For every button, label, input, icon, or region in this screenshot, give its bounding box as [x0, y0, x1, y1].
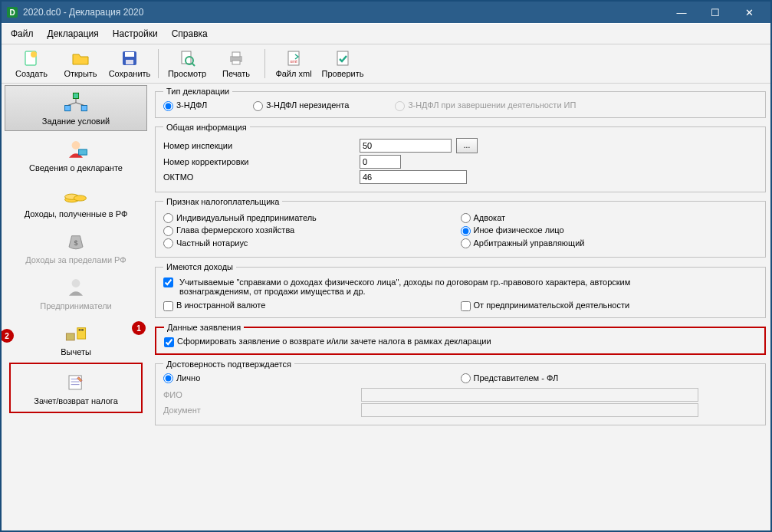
save-icon: [120, 49, 139, 67]
badge-1: 1: [132, 321, 146, 335]
svg-rect-15: [337, 51, 348, 65]
legend: Достоверность подтверждается: [163, 360, 294, 369]
svg-rect-18: [81, 106, 87, 111]
group-decl-type: Тип декларации 3-НДФЛ 3-НДФЛ нерезидента…: [155, 87, 766, 118]
sidebar-item-declarant[interactable]: Сведения о декларанте: [5, 133, 147, 177]
svg-text:xml: xml: [290, 59, 297, 64]
correction-input[interactable]: [360, 155, 401, 169]
sidebar-item-entrepreneurs[interactable]: Предприниматели: [5, 271, 147, 315]
radio-3ndfl-nonres[interactable]: 3-НДФЛ нерезидента: [253, 100, 349, 111]
svg-text:$: $: [74, 239, 77, 247]
deductions-icon: [62, 321, 90, 344]
radio-ip[interactable]: Индивидуальный предприниматель: [163, 213, 317, 224]
entrepreneur-icon: [62, 275, 90, 298]
content-panel: Тип декларации 3-НДФЛ 3-НДФЛ нерезидента…: [150, 84, 770, 532]
group-application: Данные заявления Сформировать заявление …: [155, 323, 766, 355]
group-general: Общая информация Номер инспекции ... Ном…: [155, 123, 766, 192]
legend: Имеются доходы: [163, 262, 236, 271]
tool-label: Сохранить: [109, 69, 151, 78]
tool-label: Файл xml: [275, 69, 311, 78]
fio-input: [361, 388, 698, 402]
oktmo-input[interactable]: [360, 170, 467, 184]
tool-label: Открыть: [64, 69, 97, 78]
svg-rect-11: [232, 52, 240, 57]
svg-rect-30: [77, 328, 86, 339]
inspection-input[interactable]: [360, 139, 452, 153]
svg-line-21: [76, 103, 84, 106]
svg-point-28: [72, 279, 80, 287]
svg-rect-17: [65, 106, 71, 111]
conditions-icon: [62, 90, 90, 113]
coins-icon: [62, 183, 90, 206]
svg-rect-12: [232, 61, 240, 64]
sidebar-label: Предприниматели: [40, 301, 111, 310]
legend: Признак налогоплательщика: [163, 197, 282, 206]
toolbar: Создать Открыть Сохранить Просмотр Печат…: [2, 44, 770, 84]
menu-settings[interactable]: Настройки: [110, 27, 161, 41]
check-entrepreneur[interactable]: От предпринимательской деятельности: [461, 300, 630, 311]
close-button[interactable]: ✕: [732, 2, 766, 23]
doc-input: [361, 403, 698, 417]
svg-line-20: [67, 103, 76, 106]
new-icon: [22, 49, 41, 67]
sidebar: Задание условий Сведения о декларанте До…: [2, 84, 150, 532]
svg-rect-31: [79, 330, 81, 331]
radio-individual[interactable]: Иное физическое лицо: [461, 225, 564, 236]
new-button[interactable]: Создать: [8, 48, 55, 80]
svg-text:D: D: [9, 8, 15, 17]
legend: Тип декларации: [163, 87, 232, 96]
moneybag-icon: $: [62, 229, 90, 252]
sidebar-label: Вычеты: [61, 347, 91, 356]
label-inspection: Номер инспекции: [163, 141, 355, 150]
browse-inspection-button[interactable]: ...: [456, 138, 478, 153]
separator: [158, 49, 159, 78]
open-icon: [71, 49, 90, 67]
sidebar-item-income-abroad[interactable]: $ Доходы за пределами РФ: [5, 225, 147, 269]
legend: Данные заявления: [164, 323, 244, 332]
svg-point-3: [31, 51, 37, 57]
tool-label: Просмотр: [168, 69, 206, 78]
sidebar-item-deductions[interactable]: Вычеты: [5, 317, 147, 361]
sidebar-item-income-rf[interactable]: Доходы, полученные в РФ: [5, 179, 147, 223]
maximize-button[interactable]: ☐: [698, 2, 732, 23]
svg-rect-5: [125, 52, 134, 57]
radio-notary[interactable]: Частный нотариус: [163, 238, 248, 249]
open-button[interactable]: Открыть: [57, 48, 104, 80]
print-button[interactable]: Печать: [212, 48, 260, 80]
radio-arbitr[interactable]: Арбитражный управляющий: [461, 238, 585, 249]
check-foreign[interactable]: В иностранной валюте: [163, 300, 265, 311]
check-cert[interactable]: Учитываемые "справками о доходах физичес…: [163, 277, 701, 296]
sidebar-item-refund[interactable]: Зачет/возврат налога: [11, 366, 141, 410]
label-correction: Номер корректировки: [163, 157, 355, 166]
radio-farmer[interactable]: Глава фермерского хозяйства: [163, 225, 294, 236]
radio-3ndfl[interactable]: 3-НДФЛ: [163, 100, 207, 111]
radio-advocate[interactable]: Адвокат: [461, 213, 506, 224]
label-oktmo: ОКТМО: [163, 172, 355, 182]
svg-rect-16: [73, 93, 78, 98]
app-icon: D: [6, 6, 18, 18]
sidebar-label: Доходы, полученные в РФ: [25, 209, 128, 218]
sidebar-item-conditions[interactable]: Задание условий: [5, 85, 147, 131]
refund-icon: [62, 370, 90, 393]
group-income: Имеются доходы Учитываемые "справками о …: [155, 262, 766, 318]
menu-declaration[interactable]: Декларация: [44, 27, 102, 41]
menu-help[interactable]: Справка: [169, 27, 211, 41]
radio-representative[interactable]: Представителем - ФЛ: [461, 373, 559, 384]
preview-button[interactable]: Просмотр: [163, 48, 211, 80]
sidebar-label: Сведения о декларанте: [29, 163, 123, 172]
svg-point-22: [72, 141, 80, 149]
radio-personal[interactable]: Лично: [163, 373, 200, 384]
xml-button[interactable]: xml Файл xml: [270, 48, 317, 80]
xml-icon: xml: [284, 49, 303, 67]
minimize-button[interactable]: —: [665, 2, 698, 23]
svg-rect-23: [79, 149, 87, 155]
check-form-application[interactable]: Сформировать заявление о возврате и/или …: [164, 337, 491, 346]
svg-point-26: [74, 195, 86, 201]
legend: Общая информация: [163, 123, 250, 132]
label-doc: Документ: [163, 406, 356, 415]
menubar: Файл Декларация Настройки Справка: [2, 23, 770, 44]
sidebar-label: Зачет/возврат налога: [34, 396, 118, 406]
menu-file[interactable]: Файл: [8, 27, 37, 41]
check-button[interactable]: Проверить: [319, 48, 366, 80]
save-button[interactable]: Сохранить: [106, 48, 153, 80]
